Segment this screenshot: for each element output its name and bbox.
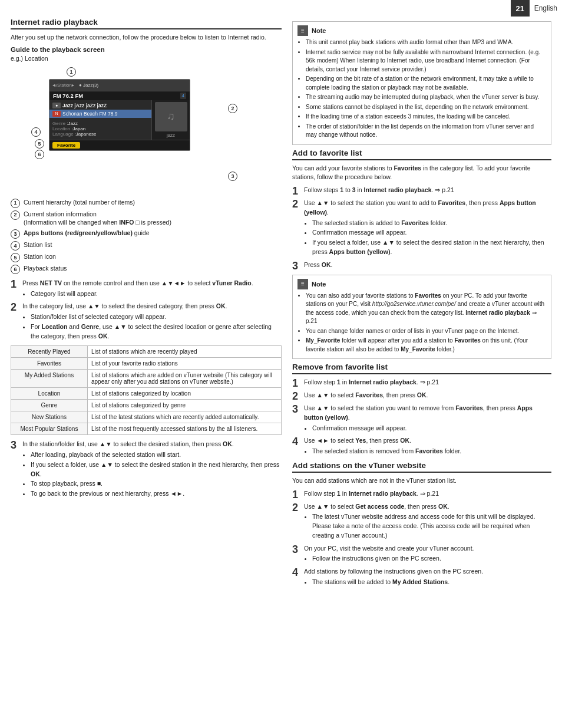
list-item: Depending on the bit rate of a station o… [306, 75, 546, 92]
note-icon-top: ≡ [297, 25, 308, 36]
step-add-1-num: 1 [292, 186, 300, 196]
step-add-3-num: 3 [292, 261, 300, 271]
section-title-add-vtuner: Add stations on the vTuner website [292, 461, 551, 473]
step-vt-4-bullets: The stations will be added to My Added S… [312, 578, 551, 587]
step-vt-3-num: 3 [292, 544, 300, 555]
step-num-1: 1 [11, 279, 19, 289]
step-rem-4-num: 4 [292, 436, 300, 447]
add-favorite-steps: 1 Follow steps 1 to 3 in Internet radio … [292, 186, 551, 271]
table-cell-label: Favorites [11, 358, 88, 370]
table-cell-label: Genre [11, 400, 88, 411]
step-add-1-text: Follow steps 1 to 3 in Internet radio pl… [304, 186, 551, 195]
step-rem-4-bullets: The selected station is removed from Fav… [312, 447, 551, 456]
step-rem-1-text: Follow step 1 in Internet radio playback… [304, 378, 551, 387]
list-item: If the loading time of a station exceeds… [306, 113, 546, 121]
remove-favorite-steps: 1 Follow step 1 in Internet radio playba… [292, 378, 551, 457]
screen-mock: ◂vStation▸ ● Jazz(3) FM 76.2 FM 4 ● Jazz… [49, 79, 190, 151]
step-rem-3-num: 3 [292, 404, 300, 414]
step-add-3-text: Press OK. [304, 261, 551, 270]
list-item: The order of station/folder in the list … [306, 123, 546, 140]
callout-2: 2 [228, 104, 237, 113]
step-vt-2-text: Use ▲▼ to select Get access code, then p… [304, 502, 551, 512]
guide-title: Guide to the playback screen [11, 46, 282, 53]
step-3-bullets: After loading, playback of the selected … [31, 450, 282, 499]
section-title-remove-favorite: Remove from favorite list [292, 363, 551, 374]
left-column: Internet radio playback After you set up… [11, 18, 282, 592]
table-cell-desc: List of stations which are recently play… [88, 346, 282, 358]
right-column: ≡ Note This unit cannot play back statio… [292, 18, 551, 592]
callout-5: 5 [35, 139, 44, 149]
page-number: 21 [511, 0, 530, 17]
note-box-add-favorite: ≡ Note You can also add your favorite st… [292, 275, 551, 360]
step-3-container: 3 In the station/folder list, use ▲▼ to … [11, 440, 282, 500]
table-cell-desc: List of stations categorized by location [88, 388, 282, 400]
table-row: Most Popular Stations List of the most f… [11, 423, 282, 435]
callout-desc-6: 6 [11, 265, 20, 274]
list-item: You can also add your favorite stations … [306, 292, 546, 326]
note-icon-add-favorite: ≡ [297, 279, 308, 289]
list-item: Internet radio service may not be fully … [306, 48, 546, 74]
table-cell-desc: List of stations categorized by genre [88, 400, 282, 411]
note-add-favorite-list: You can also add your favorite stations … [306, 292, 546, 354]
callout-6: 6 [35, 150, 44, 159]
table-cell-desc: List of your favorite radio stations [88, 358, 282, 370]
table-cell-label: Most Popular Stations [11, 423, 88, 435]
step-vt-1-text: Follow step 1 in Internet radio playback… [304, 489, 551, 499]
section-title-internet-radio: Internet radio playback [11, 18, 282, 29]
list-item: My_Favorite folder will appear after you… [306, 337, 546, 354]
table-row: My Added Stations List of stations which… [11, 370, 282, 388]
step-rem-2-num: 2 [292, 391, 300, 401]
step-1-text: Press NET TV on the remote control and t… [22, 279, 282, 288]
category-table: Recently Played List of stations which a… [11, 345, 282, 435]
list-item: You can change folder names or order of … [306, 327, 546, 336]
table-cell-desc: List of the most frequently accessed sta… [88, 423, 282, 435]
language-label: English [530, 0, 562, 17]
section-title-add-favorite: Add to favorite list [292, 149, 551, 160]
callout-desc-3: 3 [11, 229, 20, 239]
table-cell-desc: List of the latest stations which are re… [88, 411, 282, 423]
step-vt-3-bullets: Follow the instructions given on the PC … [312, 554, 551, 564]
step-vt-4-num: 4 [292, 567, 300, 578]
table-cell-label: My Added Stations [11, 370, 88, 388]
table-cell-label: Location [11, 388, 88, 400]
step-num-3: 3 [11, 440, 19, 450]
table-cell-label: Recently Played [11, 346, 88, 358]
callout-4: 4 [31, 127, 41, 137]
add-favorite-intro: You can add your favorite stations to Fa… [292, 164, 551, 183]
step-vt-4-text: Add stations by following the instructio… [304, 567, 551, 577]
step-vt-2-bullets: The latest vTuner website address and ac… [312, 512, 551, 540]
add-vtuner-steps: 1 Follow step 1 in Internet radio playba… [292, 489, 551, 588]
step-3-text: In the station/folder list, use ▲▼ to se… [22, 440, 282, 449]
add-vtuner-intro: You can add stations which are not in th… [292, 476, 551, 486]
callout-desc-5: 5 [11, 253, 20, 262]
step-rem-2-text: Use ▲▼ to select Favorites, then press O… [304, 391, 551, 400]
step-add-2-num: 2 [292, 199, 300, 209]
step-num-2: 2 [11, 302, 19, 312]
callout-descriptions: 1 Current hierarchy (total number of ite… [11, 198, 282, 274]
table-row: Genre List of stations categorized by ge… [11, 400, 282, 411]
list-item: This unit cannot play back stations with… [306, 38, 546, 47]
page-number-bar: 21 English [511, 0, 562, 17]
callout-1: 1 [67, 67, 76, 77]
table-row: Location List of stations categorized by… [11, 388, 282, 400]
step-rem-3-bullets: Confirmation message will appear. [312, 424, 551, 433]
step-vt-1-num: 1 [292, 489, 300, 500]
callout-desc-1: 1 [11, 199, 20, 208]
guide-sub: e.g.) Location [11, 54, 282, 64]
note-header-top: ≡ Note [297, 25, 546, 36]
step-add-2-bullets: The selected station is added to Favorit… [312, 219, 551, 257]
step-2-bullets: Station/folder list of selected category… [31, 312, 282, 341]
section-intro: After you set up the network connection,… [11, 33, 282, 42]
list-item: The streaming audio may be interrupted d… [306, 93, 546, 102]
table-row: Favorites List of your favorite radio st… [11, 358, 282, 370]
table-cell-label: New Stations [11, 411, 88, 423]
table-row: New Stations List of the latest stations… [11, 411, 282, 423]
note-box-top: ≡ Note This unit cannot play back statio… [292, 21, 551, 145]
playback-screen-diagram: 1 ◂vStation▸ ● Jazz(3) FM 76.2 FM 4 [31, 68, 237, 192]
step-1-bullets: Category list will appear. [31, 289, 282, 299]
step-rem-1-num: 1 [292, 378, 300, 388]
callout-desc-4: 4 [11, 241, 20, 251]
step-2-text: In the category list, use ▲▼ to select t… [22, 302, 282, 311]
callout-3: 3 [228, 172, 237, 181]
step-vt-2-num: 2 [292, 502, 300, 513]
